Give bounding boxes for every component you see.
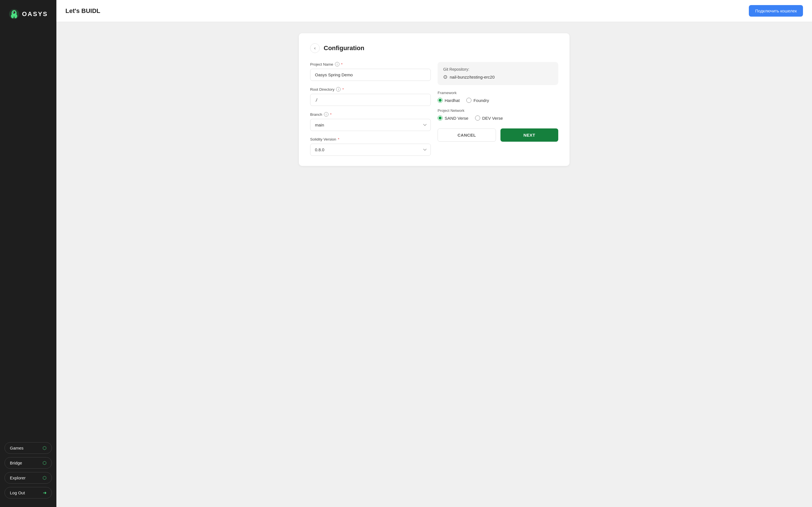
- sand-verse-label: SAND Verse: [445, 116, 468, 121]
- form-left: Project Name i * Root Directory i *: [310, 62, 431, 156]
- svg-point-4: [13, 11, 15, 13]
- hardhat-label: Hardhat: [445, 98, 460, 103]
- root-dir-info-icon[interactable]: i: [336, 87, 341, 92]
- project-name-required: *: [341, 62, 343, 66]
- branch-field: Branch i * main develop master: [310, 112, 431, 131]
- branch-info-icon[interactable]: i: [324, 112, 328, 117]
- framework-hardhat-radio[interactable]: [438, 98, 443, 103]
- root-directory-field: Root Directory i *: [310, 87, 431, 106]
- branch-label: Branch i *: [310, 112, 431, 117]
- connect-wallet-button[interactable]: Подключить кошелек: [749, 5, 803, 17]
- network-sand-radio[interactable]: [438, 115, 443, 121]
- explorer-label: Explorer: [10, 475, 26, 480]
- main-content: Let's BUIDL Подключить кошелек ‹ Configu…: [56, 0, 812, 507]
- project-network-radio-group: SAND Verse DEV Verse: [438, 115, 558, 121]
- root-dir-required: *: [342, 87, 344, 92]
- git-repo-label: Git Repository:: [443, 67, 553, 71]
- configuration-card: ‹ Configuration Project Name i *: [299, 33, 569, 166]
- sidebar-nav: Games ⬡ Bridge ⬡ Explorer ⬡ Log Out ➜: [0, 442, 56, 499]
- foundry-label: Foundry: [473, 98, 489, 103]
- root-directory-input[interactable]: [310, 94, 431, 106]
- sidebar-item-bridge[interactable]: Bridge ⬡: [4, 457, 52, 469]
- framework-hardhat-option[interactable]: Hardhat: [438, 98, 460, 103]
- github-icon: ⊙: [443, 74, 448, 80]
- network-sand-option[interactable]: SAND Verse: [438, 115, 468, 121]
- branch-required: *: [330, 112, 332, 117]
- project-name-input[interactable]: [310, 69, 431, 81]
- network-dev-radio[interactable]: [475, 115, 480, 121]
- back-icon: ‹: [314, 46, 315, 51]
- sidebar-item-logout[interactable]: Log Out ➜: [4, 487, 52, 499]
- header: Let's BUIDL Подключить кошелек: [56, 0, 812, 22]
- git-repo-name: nail-bunzz/testing-erc20: [450, 75, 495, 79]
- git-repository-box: Git Repository: ⊙ nail-bunzz/testing-erc…: [438, 62, 558, 85]
- dev-verse-label: DEV Verse: [482, 116, 503, 121]
- framework-label: Framework: [438, 91, 558, 95]
- branch-select[interactable]: main develop master: [310, 119, 431, 131]
- framework-radio-group: Hardhat Foundry: [438, 98, 558, 103]
- git-repo-value: ⊙ nail-bunzz/testing-erc20: [443, 74, 553, 80]
- svg-point-5: [13, 12, 14, 13]
- solidity-version-select[interactable]: 0.8.0 0.8.17 0.8.20 0.7.6: [310, 144, 431, 156]
- form-right: Git Repository: ⊙ nail-bunzz/testing-erc…: [438, 62, 558, 156]
- framework-foundry-radio[interactable]: [466, 98, 471, 103]
- logo: OASYS: [4, 8, 52, 20]
- network-dev-option[interactable]: DEV Verse: [475, 115, 503, 121]
- card-header: ‹ Configuration: [310, 43, 558, 53]
- logout-icon: ➜: [43, 490, 47, 496]
- games-label: Games: [10, 446, 23, 450]
- explorer-external-icon: ⬡: [43, 475, 47, 481]
- root-directory-label: Root Directory i *: [310, 87, 431, 92]
- sidebar: OASYS Games ⬡ Bridge ⬡ Explorer ⬡ Log Ou…: [0, 0, 56, 507]
- project-network-section: Project Network SAND Verse DEV Verse: [438, 108, 558, 121]
- project-network-label: Project Network: [438, 108, 558, 113]
- form-grid: Project Name i * Root Directory i *: [310, 62, 558, 156]
- framework-section: Framework Hardhat Foundry: [438, 91, 558, 103]
- logout-label: Log Out: [10, 490, 25, 495]
- solidity-version-field: Solidity Version * 0.8.0 0.8.17 0.8.20 0…: [310, 137, 431, 156]
- oasys-logo-icon: [8, 8, 20, 20]
- solidity-version-label: Solidity Version *: [310, 137, 431, 142]
- bridge-external-icon: ⬡: [43, 460, 47, 466]
- cancel-button[interactable]: CANCEL: [438, 128, 496, 142]
- action-buttons: CANCEL NEXT: [438, 128, 558, 142]
- games-external-icon: ⬡: [43, 445, 47, 451]
- bridge-label: Bridge: [10, 460, 22, 465]
- page-title: Let's BUIDL: [65, 7, 100, 15]
- content-area: ‹ Configuration Project Name i *: [56, 22, 812, 507]
- back-button[interactable]: ‹: [310, 43, 320, 53]
- next-button[interactable]: NEXT: [500, 128, 558, 142]
- project-name-field: Project Name i *: [310, 62, 431, 81]
- config-title: Configuration: [324, 45, 364, 52]
- sidebar-item-explorer[interactable]: Explorer ⬡: [4, 472, 52, 484]
- project-name-label: Project Name i *: [310, 62, 431, 66]
- framework-foundry-option[interactable]: Foundry: [466, 98, 489, 103]
- solidity-required: *: [338, 137, 339, 142]
- project-name-info-icon[interactable]: i: [335, 62, 340, 66]
- sidebar-item-games[interactable]: Games ⬡: [4, 442, 52, 454]
- logo-text: OASYS: [22, 10, 48, 18]
